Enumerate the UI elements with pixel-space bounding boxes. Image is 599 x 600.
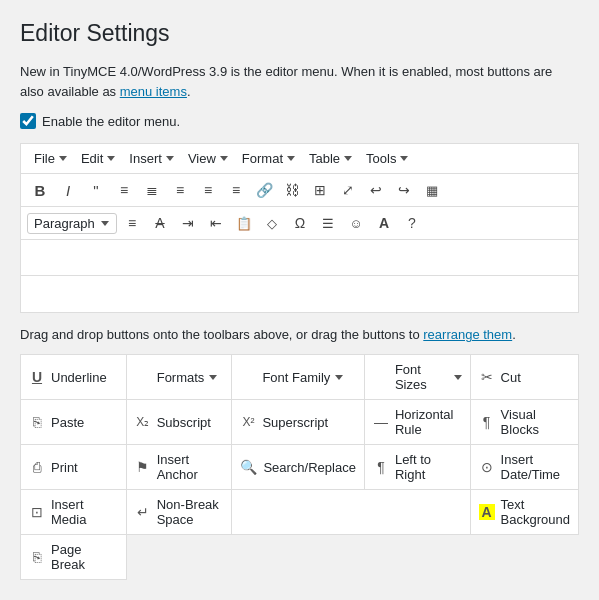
menu-table[interactable]: Table bbox=[302, 148, 359, 169]
btn-page-break-label: Page Break bbox=[51, 542, 118, 572]
outdent-button[interactable]: ⇤ bbox=[203, 211, 229, 235]
hr-button[interactable]: ☰ bbox=[315, 211, 341, 235]
left-to-right-icon: ¶ bbox=[373, 459, 389, 475]
underline-icon: U bbox=[29, 369, 45, 385]
btn-insert-media[interactable]: ⊡ Insert Media bbox=[21, 490, 127, 535]
btn-subscript-label: Subscript bbox=[157, 415, 211, 430]
btn-visual-blocks[interactable]: ¶ Visual Blocks bbox=[471, 400, 579, 445]
emoji-button[interactable]: ☺ bbox=[343, 211, 369, 235]
btn-print-label: Print bbox=[51, 460, 78, 475]
page-title: Editor Settings bbox=[20, 20, 579, 47]
omega-button[interactable]: Ω bbox=[287, 211, 313, 235]
tools-caret-icon bbox=[400, 156, 408, 161]
toolbar-row-2: Paragraph ≡ A ⇥ ⇤ 📋 ◇ Ω ☰ ☺ A ? bbox=[21, 207, 578, 240]
btn-search-replace-label: Search/Replace bbox=[263, 460, 356, 475]
btn-print[interactable]: ⎙ Print bbox=[21, 445, 127, 490]
btn-font-family-label: Font Family bbox=[262, 370, 343, 385]
menu-tools[interactable]: Tools bbox=[359, 148, 415, 169]
superscript-icon: X² bbox=[240, 415, 256, 429]
formats-caret-icon bbox=[209, 375, 217, 380]
paragraph-select[interactable]: Paragraph bbox=[27, 213, 117, 234]
align-left2-button[interactable]: ≡ bbox=[119, 211, 145, 235]
edit-caret-icon bbox=[107, 156, 115, 161]
btn-text-background-label: Text Background bbox=[501, 497, 570, 527]
menu-file[interactable]: File bbox=[27, 148, 74, 169]
ordered-list-button[interactable]: ≣ bbox=[139, 178, 165, 202]
unlink-button[interactable]: ⛓ bbox=[279, 178, 305, 202]
btn-cut-label: Cut bbox=[501, 370, 521, 385]
btn-nonbreak-space-label: Non-Break Space bbox=[157, 497, 224, 527]
page-break-icon: ⎘ bbox=[29, 549, 45, 565]
align-center-button[interactable]: ≡ bbox=[195, 178, 221, 202]
rearrange-link[interactable]: rearrange them bbox=[423, 327, 512, 342]
menu-insert[interactable]: Insert bbox=[122, 148, 181, 169]
btn-superscript[interactable]: X² Superscript bbox=[232, 400, 365, 445]
menu-format[interactable]: Format bbox=[235, 148, 302, 169]
file-caret-icon bbox=[59, 156, 67, 161]
btn-spacer bbox=[232, 490, 470, 535]
menu-toolbar: File Edit Insert View Format Table Tools bbox=[21, 144, 578, 174]
btn-formats-label: Formats bbox=[157, 370, 218, 385]
enable-editor-menu-checkbox[interactable] bbox=[20, 113, 36, 129]
drag-info: Drag and drop buttons onto the toolbars … bbox=[20, 327, 579, 342]
btn-underline[interactable]: U Underline bbox=[21, 355, 127, 400]
clear-format-button[interactable]: ◇ bbox=[259, 211, 285, 235]
blockquote-button[interactable]: " bbox=[83, 178, 109, 202]
source-button[interactable]: ▦ bbox=[419, 178, 445, 202]
btn-left-to-right-label: Left to Right bbox=[395, 452, 462, 482]
table-caret-icon bbox=[344, 156, 352, 161]
btn-cut[interactable]: ✂ Cut bbox=[471, 355, 579, 400]
menu-view[interactable]: View bbox=[181, 148, 235, 169]
btn-search-replace[interactable]: 🔍 Search/Replace bbox=[232, 445, 365, 490]
strikethrough-button[interactable]: A bbox=[147, 211, 173, 235]
bold-button[interactable]: B bbox=[27, 178, 53, 202]
font-family-caret-icon bbox=[335, 375, 343, 380]
align-left-button[interactable]: ≡ bbox=[167, 178, 193, 202]
btn-horizontal-rule[interactable]: — Horizontal Rule bbox=[365, 400, 471, 445]
align-justify-button[interactable]: ≡ bbox=[223, 178, 249, 202]
redo-button[interactable]: ↪ bbox=[391, 178, 417, 202]
btn-insert-media-label: Insert Media bbox=[51, 497, 118, 527]
btn-nonbreak-space[interactable]: ↵ Non-Break Space bbox=[127, 490, 233, 535]
btn-font-sizes-label: Font Sizes bbox=[395, 362, 462, 392]
editor-preview: File Edit Insert View Format Table Tools… bbox=[20, 143, 579, 313]
btn-paste-label: Paste bbox=[51, 415, 84, 430]
btn-insert-datetime[interactable]: ⊙ Insert Date/Time bbox=[471, 445, 579, 490]
btn-horizontal-rule-label: Horizontal Rule bbox=[395, 407, 462, 437]
fullscreen-button[interactable]: ⤢ bbox=[335, 178, 361, 202]
btn-paste[interactable]: ⎘ Paste bbox=[21, 400, 127, 445]
btn-insert-anchor[interactable]: ⚑ Insert Anchor bbox=[127, 445, 233, 490]
editor-description: New in TinyMCE 4.0/WordPress 3.9 is the … bbox=[20, 62, 579, 101]
table-button[interactable]: ⊞ bbox=[307, 178, 333, 202]
unordered-list-button[interactable]: ≡ bbox=[111, 178, 137, 202]
btn-text-background[interactable]: A Text Background bbox=[471, 490, 579, 535]
btn-font-sizes[interactable]: Font Sizes bbox=[365, 355, 471, 400]
btn-superscript-label: Superscript bbox=[262, 415, 328, 430]
btn-visual-blocks-label: Visual Blocks bbox=[501, 407, 570, 437]
btn-font-family[interactable]: Font Family bbox=[232, 355, 365, 400]
buttons-grid: U Underline Formats Font Family Font Siz… bbox=[20, 354, 579, 580]
help-button[interactable]: ? bbox=[399, 211, 425, 235]
italic-button[interactable]: I bbox=[55, 178, 81, 202]
btn-page-break[interactable]: ⎘ Page Break bbox=[21, 535, 127, 580]
enable-editor-menu-label: Enable the editor menu. bbox=[42, 114, 180, 129]
font-color-button[interactable]: A bbox=[371, 211, 397, 235]
paste2-button[interactable]: 📋 bbox=[231, 211, 257, 235]
btn-left-to-right[interactable]: ¶ Left to Right bbox=[365, 445, 471, 490]
menu-items-link[interactable]: menu items bbox=[120, 84, 187, 99]
btn-formats[interactable]: Formats bbox=[127, 355, 233, 400]
font-sizes-caret-icon bbox=[454, 375, 462, 380]
btn-subscript[interactable]: X₂ Subscript bbox=[127, 400, 233, 445]
link-button[interactable]: 🔗 bbox=[251, 178, 277, 202]
paragraph-caret-icon bbox=[101, 221, 109, 226]
insert-anchor-icon: ⚑ bbox=[135, 459, 151, 475]
print-icon: ⎙ bbox=[29, 459, 45, 475]
insert-media-icon: ⊡ bbox=[29, 504, 45, 520]
paste-icon: ⎘ bbox=[29, 414, 45, 430]
indent-button[interactable]: ⇥ bbox=[175, 211, 201, 235]
undo-button[interactable]: ↩ bbox=[363, 178, 389, 202]
menu-edit[interactable]: Edit bbox=[74, 148, 122, 169]
search-replace-icon: 🔍 bbox=[240, 459, 257, 475]
insert-datetime-icon: ⊙ bbox=[479, 459, 495, 475]
enable-editor-menu-row: Enable the editor menu. bbox=[20, 113, 579, 129]
